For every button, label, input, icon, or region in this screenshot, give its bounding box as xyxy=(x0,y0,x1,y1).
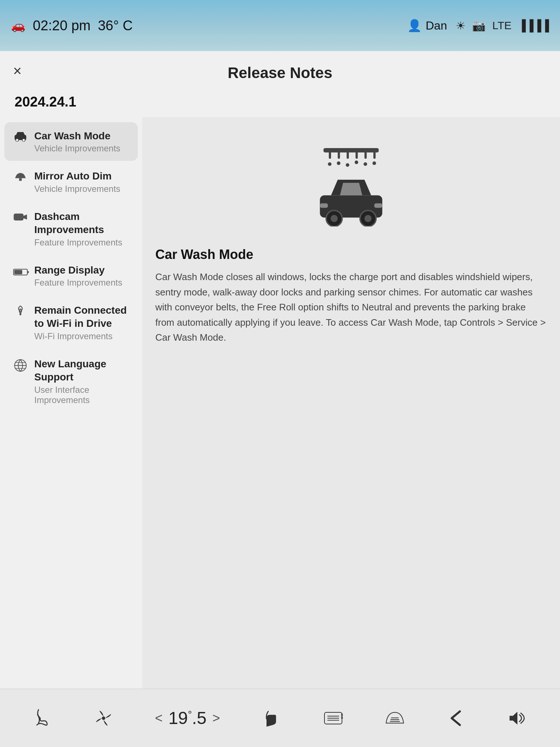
sidebar-item-dashcam[interactable]: Dashcam Improvements Feature Improvement… xyxy=(4,203,138,255)
sidebar-car-wash-subtitle: Vehicle Improvements xyxy=(34,143,120,154)
dashcam-icon xyxy=(13,212,28,225)
sidebar-dashcam-subtitle: Feature Improvements xyxy=(34,237,129,248)
wifi-icon xyxy=(13,305,28,319)
user-display: 👤 Dan xyxy=(407,19,447,32)
mirror-icon xyxy=(13,171,28,186)
detail-panel: Car Wash Mode Car Wash Mode closes all w… xyxy=(142,117,560,689)
svg-point-24 xyxy=(363,162,367,166)
sidebar-mirror-title: Mirror Auto Dim xyxy=(34,170,120,183)
svg-rect-26 xyxy=(323,148,379,152)
sidebar-language-title: New Language Support xyxy=(34,357,129,384)
volume-button[interactable] xyxy=(508,708,528,728)
sidebar-mirror-subtitle: Vehicle Improvements xyxy=(34,184,120,194)
svg-point-29 xyxy=(331,215,338,222)
temperature-control[interactable]: < 19°.5 > xyxy=(155,708,220,728)
main-area: × Release Notes 2024.24.1 Car Wash Mode xyxy=(0,51,560,689)
svg-rect-5 xyxy=(14,214,23,220)
signal-bars-icon: ▐▐▐▐ xyxy=(518,19,549,32)
sidebar-item-range-display[interactable]: Range Display Feature Improvements xyxy=(4,256,138,295)
sidebar-item-language-text: New Language Support User Interface Impr… xyxy=(34,357,129,405)
status-bar: 🚗 02:20 pm 36° C 👤 Dan ☀ 📷 LTE ▐▐▐▐ xyxy=(0,0,560,51)
svg-rect-8 xyxy=(27,271,29,273)
sidebar-wifi-subtitle: Wi-Fi Improvements xyxy=(34,331,129,341)
camera-status-icon[interactable]: 📷 xyxy=(472,19,486,32)
volume-decrease-button[interactable] xyxy=(446,708,467,728)
svg-point-23 xyxy=(355,160,358,164)
seat-heater-button[interactable] xyxy=(32,708,52,728)
user-name: Dan xyxy=(425,19,447,32)
svg-point-1 xyxy=(16,139,19,142)
svg-point-22 xyxy=(346,163,349,167)
sidebar-item-dashcam-text: Dashcam Improvements Feature Improvement… xyxy=(34,210,129,248)
sidebar-item-mirror-text: Mirror Auto Dim Vehicle Improvements xyxy=(34,170,120,194)
svg-point-9 xyxy=(20,313,22,315)
car-icon: 🚗 xyxy=(11,19,26,32)
car-icon xyxy=(13,131,28,144)
user-icon: 👤 xyxy=(407,19,422,32)
front-defroster-button[interactable] xyxy=(385,708,405,728)
detail-description: Car Wash Mode closes all windows, locks … xyxy=(155,270,547,345)
temp-increase-button[interactable]: > xyxy=(213,711,220,726)
page-title: Release Notes xyxy=(228,64,332,82)
sidebar-car-wash-title: Car Wash Mode xyxy=(34,129,120,143)
sidebar-item-car-wash-mode[interactable]: Car Wash Mode Vehicle Improvements xyxy=(4,122,138,161)
seat-button[interactable] xyxy=(261,708,282,728)
svg-point-2 xyxy=(22,139,25,142)
svg-point-25 xyxy=(373,162,376,165)
sidebar-range-title: Range Display xyxy=(34,264,122,277)
status-time: 02:20 pm xyxy=(33,18,90,34)
svg-rect-3 xyxy=(19,178,22,181)
sidebar-language-subtitle: User Interface Improvements xyxy=(34,385,129,405)
sidebar-range-subtitle: Feature Improvements xyxy=(34,278,122,288)
svg-rect-7 xyxy=(14,270,22,274)
globe-icon xyxy=(13,359,28,375)
sidebar-item-range-text: Range Display Feature Improvements xyxy=(34,264,122,288)
svg-point-21 xyxy=(337,162,341,165)
sidebar-dashcam-title: Dashcam Improvements xyxy=(34,210,129,237)
header: × Release Notes xyxy=(0,51,560,90)
version-label: 2024.24.1 xyxy=(0,90,560,117)
content-layout: Car Wash Mode Vehicle Improvements Mirro… xyxy=(0,117,560,689)
svg-rect-33 xyxy=(374,203,382,208)
sidebar-item-wifi-text: Remain Connected to Wi-Fi in Drive Wi-Fi… xyxy=(34,304,129,341)
sidebar-item-car-wash-text: Car Wash Mode Vehicle Improvements xyxy=(34,129,120,154)
svg-point-34 xyxy=(102,716,105,720)
sidebar-item-wifi-drive[interactable]: Remain Connected to Wi-Fi in Drive Wi-Fi… xyxy=(4,297,138,349)
sidebar-item-new-language[interactable]: New Language Support User Interface Impr… xyxy=(4,350,138,413)
brightness-icon[interactable]: ☀ xyxy=(456,19,466,32)
svg-point-20 xyxy=(328,162,331,166)
rear-defroster-button[interactable] xyxy=(323,708,343,728)
status-temperature: 36° C xyxy=(98,18,132,34)
detail-title: Car Wash Mode xyxy=(155,247,547,262)
sidebar: Car Wash Mode Vehicle Improvements Mirro… xyxy=(0,117,142,689)
lte-icon: LTE xyxy=(492,19,512,32)
bottom-bar: < 19°.5 > xyxy=(0,689,560,747)
car-wash-illustration xyxy=(155,132,547,234)
sidebar-wifi-title: Remain Connected to Wi-Fi in Drive xyxy=(34,304,129,330)
temperature-value: 19°.5 xyxy=(168,708,207,728)
battery-icon xyxy=(13,265,28,279)
svg-rect-32 xyxy=(320,203,328,208)
svg-point-31 xyxy=(365,215,372,222)
temp-decrease-button[interactable]: < xyxy=(155,711,163,726)
close-button[interactable]: × xyxy=(13,63,22,79)
fan-button[interactable] xyxy=(93,708,114,728)
sidebar-item-mirror-auto-dim[interactable]: Mirror Auto Dim Vehicle Improvements xyxy=(4,162,138,201)
